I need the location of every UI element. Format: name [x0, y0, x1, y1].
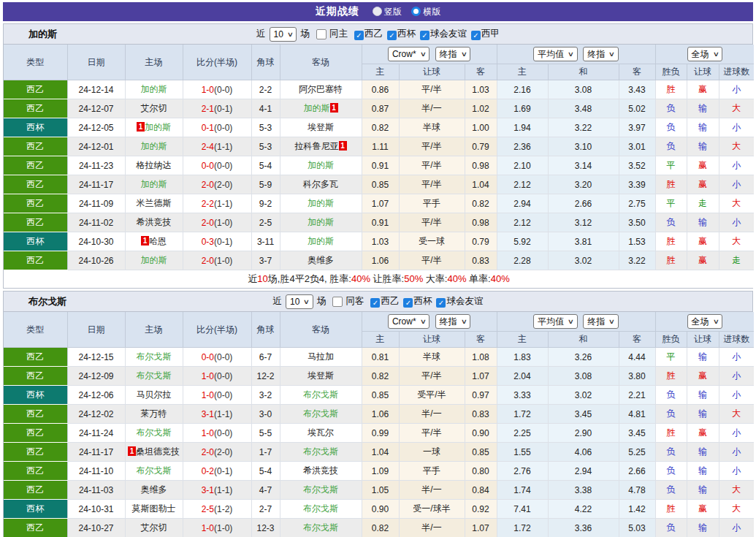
match-row: 西乙24-11-17加的斯2-0(2-0)5-9科尔多瓦0.85平/半1.042… [4, 175, 754, 194]
result-outcome: 胜 [655, 80, 687, 99]
league-filters: ✓西乙✓西杯✓球会友谊✓西甲 [350, 28, 500, 40]
score-cell: 2-1(0-1) [183, 99, 251, 118]
result-outcome: 负 [655, 118, 687, 137]
match-date: 24-10-26 [67, 251, 125, 270]
final-odds-select-1[interactable]: 终指∨ [435, 314, 471, 329]
corners-cell: 9-2 [251, 194, 280, 213]
avg-odds-home: 1.83 [497, 348, 548, 367]
sub-header-outcome: 胜负 [655, 332, 687, 348]
score-cell: 2-5(1-2) [183, 500, 251, 519]
avg-odds-home: 1.69 [497, 99, 548, 118]
sub-header-avg-draw: 和 [548, 332, 619, 348]
result-outcome: 负 [655, 519, 687, 537]
asian-odds-line: 平手 [399, 462, 465, 481]
match-row: 西乙24-12-01加的斯2-4(1-1)5-3拉科鲁尼亚11.11平/半0.7… [4, 137, 754, 156]
bookmaker-select[interactable]: Crow*∨ [388, 314, 429, 329]
recent-count-select[interactable]: 10∨ [286, 294, 313, 309]
avg-odds-draw: 3.02 [548, 251, 619, 270]
asian-odds-group-header: Crow*∨ 终指∨ [362, 45, 497, 64]
recent-count-select[interactable]: 10∨ [270, 27, 297, 42]
vertical-layout-radio[interactable] [373, 7, 382, 16]
full-match-select[interactable]: 全场∨ [687, 47, 723, 61]
sub-header-asian-away: 客 [465, 332, 497, 348]
result-goals: 大 [719, 137, 754, 156]
asian-odds-line: 平/半 [399, 213, 465, 232]
bookmaker-value: Crow* [392, 316, 416, 327]
home-team-cell: 加的斯 [125, 137, 183, 156]
team-section: 加的斯 近 10∨ 场 同主 ✓西乙✓西杯✓球会友谊✓西甲 类型 日期 主场 比… [3, 23, 753, 289]
corners-cell: 3-11 [251, 232, 280, 251]
home-team-cell: 莫斯图勒士 [125, 500, 183, 519]
chevron-down-icon: ∨ [419, 48, 426, 60]
asian-odds-home: 1.06 [362, 251, 399, 270]
match-row: 西乙24-12-14加的斯1-0(0-0)2-2阿尔巴塞特0.86平/半1.03… [4, 80, 754, 99]
match-date: 24-11-17 [67, 443, 125, 462]
corners-cell: 5-4 [251, 462, 280, 481]
league-checkbox[interactable]: ✓ [403, 298, 413, 308]
result-goals: 大 [719, 481, 754, 500]
summary-stat-label: 近 [248, 273, 257, 284]
home-team-cell: 米兰德斯 [125, 194, 183, 213]
result-goals: 走 [719, 251, 754, 270]
horizontal-layout-radio[interactable] [411, 7, 421, 16]
home-team-cell: 艾尔切 [125, 99, 183, 118]
chevron-down-icon: ∨ [460, 48, 467, 60]
asian-odds-home: 0.91 [362, 156, 399, 175]
avg-odds-draw: 2.66 [548, 194, 619, 213]
result-handicap: 赢 [687, 156, 719, 175]
avg-odds-draw: 3.14 [548, 156, 619, 175]
sub-header-avg-home: 主 [497, 332, 548, 348]
away-team-cell: 奥维多 [280, 251, 362, 270]
final-odds-select-1[interactable]: 终指∨ [435, 47, 471, 61]
result-handicap: 赢 [687, 232, 719, 251]
team-name: 艾尔切 [141, 522, 167, 533]
asian-odds-home: 1.09 [362, 462, 399, 481]
league-checkbox[interactable]: ✓ [354, 31, 364, 40]
final-odds-select-2[interactable]: 终指∨ [583, 314, 619, 329]
bookmaker-select[interactable]: Crow*∨ [388, 47, 429, 61]
asian-odds-away: 0.85 [465, 443, 497, 462]
avg-odds-away: 3.22 [619, 251, 655, 270]
same-venue-checkbox[interactable] [316, 29, 327, 39]
score-cell: 1-0(0-0) [183, 80, 251, 99]
league-checkbox[interactable]: ✓ [436, 298, 446, 308]
avg-odds-away: 1.42 [619, 500, 655, 519]
competition-badge: 西乙 [4, 367, 67, 386]
team-name: 加的斯 [141, 179, 167, 189]
full-match-select[interactable]: 全场∨ [687, 314, 723, 329]
league-checkbox[interactable]: ✓ [370, 298, 380, 308]
same-venue-checkbox[interactable] [332, 297, 343, 307]
score-cell: 2-4(1-1) [183, 137, 251, 156]
match-row: 西乙24-10-27艾尔切1-0(1-0)12-3布尔戈斯0.82半/一1.07… [4, 519, 754, 537]
avg-odds-home: 2.12 [497, 213, 548, 232]
avg-odds-home: 7.41 [497, 500, 548, 519]
asian-odds-home: 0.82 [362, 519, 399, 537]
home-team-cell: 布尔戈斯 [125, 348, 183, 367]
league-checkbox[interactable]: ✓ [471, 31, 481, 40]
asian-odds-away: 0.80 [465, 462, 497, 481]
team-name-heading: 布尔戈斯 [28, 295, 66, 308]
asian-odds-line: 半球 [399, 348, 465, 367]
average-select[interactable]: 平均值∨ [533, 47, 578, 61]
match-date: 24-12-01 [67, 137, 125, 156]
summary-stat-value: 10 [257, 273, 267, 284]
league-checkbox[interactable]: ✓ [387, 31, 397, 40]
score-cell: 2-2(1-1) [183, 194, 251, 213]
corners-cell: 12-3 [251, 519, 280, 537]
asian-odds-away: 0.82 [465, 194, 497, 213]
match-date: 24-10-27 [67, 519, 125, 537]
average-select[interactable]: 平均值∨ [533, 314, 578, 329]
avg-odds-away: 3.45 [619, 424, 655, 443]
team-name: 加的斯 [308, 160, 334, 170]
avg-odds-draw: 4.06 [548, 443, 619, 462]
corners-cell: 5-5 [251, 424, 280, 443]
league-checkbox[interactable]: ✓ [420, 31, 429, 40]
recent-count-value: 10 [290, 296, 299, 308]
summary-stat-value: 40% [447, 273, 466, 284]
home-team-cell: 格拉纳达 [125, 156, 183, 175]
result-outcome: 平 [655, 156, 687, 175]
col-header-type: 类型 [4, 312, 67, 348]
result-goals: 小 [719, 367, 754, 386]
home-team-cell: 艾尔切 [125, 519, 183, 537]
final-odds-select-2[interactable]: 终指∨ [583, 47, 619, 61]
